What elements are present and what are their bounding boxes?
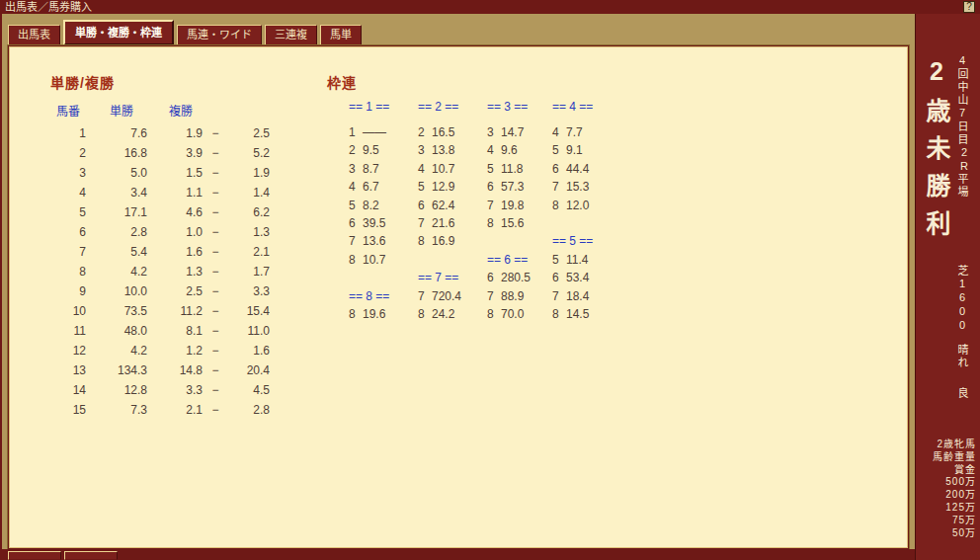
bracket-odds-cell[interactable]: 410.7: [418, 162, 487, 180]
bracket-odds-value: ――: [363, 125, 386, 139]
bracket-odds-cell[interactable]: 1――: [349, 125, 418, 143]
bracket-odds-cell[interactable]: 814.5: [552, 307, 621, 325]
bracket-odds-cell[interactable]: 816.9: [418, 234, 487, 252]
win-place-row[interactable]: 35.01.5−1.9: [50, 163, 270, 183]
win-place-rows: 17.61.9−2.5216.83.9−5.235.01.5−1.943.41.…: [50, 123, 270, 420]
bracket-odds-cell[interactable]: 653.4: [552, 271, 621, 288]
bracket-odds-value: 62.4: [432, 199, 454, 212]
win-place-row[interactable]: 124.21.2−1.6: [50, 341, 270, 360]
win-place-row[interactable]: 84.21.3−1.7: [50, 262, 270, 281]
win-odds: 17.1: [96, 202, 147, 222]
bracket-odds-value: 39.5: [363, 216, 385, 230]
bracket-odds-cell[interactable]: 639.5: [349, 216, 418, 234]
bracket-odds-cell[interactable]: 644.4: [552, 162, 621, 180]
bracket-number: 8: [487, 216, 497, 230]
bracket-odds-value: 6.7: [363, 180, 379, 194]
tab-quinella-wide[interactable]: 馬連・ワイド: [177, 25, 262, 45]
bracket-odds-cell[interactable]: 216.5: [418, 125, 487, 143]
bracket-number: 5: [487, 162, 497, 176]
win-place-row[interactable]: 157.32.1−2.8: [50, 400, 270, 420]
bracket-odds-cell[interactable]: 810.7: [349, 253, 418, 271]
horse-number: 8: [50, 262, 86, 281]
win-place-row[interactable]: 1073.511.2−15.4: [50, 301, 270, 321]
bracket-odds-value: 13.8: [432, 143, 454, 157]
bracket-odds-cell[interactable]: 59.1: [552, 143, 621, 161]
bracket-odds-cell[interactable]: 6280.5: [487, 271, 552, 288]
place-odds-high: 20.4: [228, 360, 270, 380]
win-place-row[interactable]: 216.83.9−5.2: [50, 143, 270, 163]
place-odds-high: 1.7: [228, 262, 270, 281]
bracket-odds-value: 10.7: [363, 253, 385, 267]
bracket-number: 5: [552, 253, 562, 267]
bracket-odds-cell[interactable]: 49.6: [487, 143, 552, 161]
win-place-row[interactable]: 43.41.1−1.4: [50, 183, 270, 202]
bracket-odds-cell[interactable]: 815.6: [487, 216, 552, 234]
win-odds: 12.8: [96, 380, 147, 400]
win-place-row[interactable]: 17.61.9−2.5: [50, 123, 270, 143]
bracket-odds-value: 280.5: [501, 271, 531, 284]
bracket-odds-cell[interactable]: 819.6: [349, 307, 418, 325]
place-odds-high: 2.8: [228, 400, 270, 420]
horse-number: 11: [50, 321, 86, 341]
bracket-odds-cell[interactable]: 719.8: [487, 199, 552, 216]
bracket-odds-cell[interactable]: 58.2: [349, 199, 418, 216]
place-odds-high: 15.4: [228, 301, 270, 321]
bracket-odds-value: 11.4: [566, 253, 588, 267]
bracket-odds-cell[interactable]: 657.3: [487, 180, 552, 198]
bracket-odds-cell[interactable]: 511.8: [487, 162, 552, 180]
bracket-odds-cell[interactable]: 721.6: [418, 216, 487, 234]
bottom-tab-stub[interactable]: [8, 551, 61, 560]
bracket-odds-value: 12.9: [432, 180, 454, 194]
tab-exacta[interactable]: 馬単: [320, 25, 362, 45]
horse-number: 13: [50, 360, 86, 380]
bracket-odds-cell[interactable]: 870.0: [487, 307, 552, 325]
win-place-row[interactable]: 1148.08.1−11.0: [50, 321, 270, 341]
bracket-odds-cell[interactable]: 47.7: [552, 125, 621, 143]
win-place-row[interactable]: 1412.83.3−4.5: [50, 380, 270, 400]
win-place-row[interactable]: 910.02.5−3.3: [50, 281, 270, 301]
bottom-tab-stub[interactable]: [64, 551, 118, 560]
place-odds-low: 11.2: [161, 301, 203, 321]
bracket-odds-cell[interactable]: 38.7: [349, 162, 418, 180]
bracket-odds-cell[interactable]: 715.3: [552, 180, 621, 198]
win-place-section-title: 単勝/複勝: [50, 72, 115, 92]
bracket-odds-cell[interactable]: 29.5: [349, 143, 418, 161]
tab-racecard[interactable]: 出馬表: [8, 25, 60, 45]
win-place-row[interactable]: 517.14.6−6.2: [50, 202, 270, 222]
help-button[interactable]: ?: [963, 1, 975, 13]
bracket-odds-cell[interactable]: 718.4: [552, 289, 621, 307]
place-odds-high: 3.3: [228, 281, 270, 301]
win-odds: 16.8: [96, 143, 147, 163]
place-odds-high: 2.1: [228, 242, 270, 262]
bracket-odds-grid: == 1 ==== 2 ==== 3 ==== 4 ==1――216.5314.…: [349, 100, 621, 325]
win-place-table: 馬番 単勝 複勝 17.61.9−2.5216.83.9−5.235.01.5−…: [50, 100, 270, 420]
win-place-row[interactable]: 75.41.6−2.1: [50, 242, 270, 262]
bracket-odds-value: 9.6: [501, 143, 518, 157]
win-place-row[interactable]: 13134.314.8−20.4: [50, 360, 270, 380]
bracket-odds-cell[interactable]: 511.4: [552, 253, 621, 271]
bracket-number: 7: [418, 289, 428, 303]
bracket-odds-cell[interactable]: 824.2: [418, 307, 487, 325]
bracket-odds-cell[interactable]: 812.0: [552, 199, 621, 216]
race-info-sidebar: 2歳未勝利 4回中山7日目 2R 平場 芝1600 晴れ 良 2歳牝馬馬齢重量賞…: [915, 14, 980, 560]
bracket-odds-cell[interactable]: 313.8: [418, 143, 487, 161]
bracket-odds-cell[interactable]: 7720.4: [418, 289, 487, 307]
bracket-odds-cell[interactable]: 713.6: [349, 234, 418, 252]
range-dash: −: [203, 341, 228, 360]
place-odds-low: 1.6: [161, 242, 203, 262]
track-condition: 良: [954, 387, 970, 400]
bracket-odds-cell[interactable]: 662.4: [418, 199, 487, 216]
place-odds-high: 1.4: [228, 183, 270, 202]
range-dash: −: [203, 380, 228, 400]
tab-trio[interactable]: 三連複: [265, 25, 317, 45]
bracket-column-header: == 6 ==: [487, 253, 552, 271]
bracket-odds-cell[interactable]: 46.7: [349, 180, 418, 198]
bracket-odds-cell[interactable]: 512.9: [418, 180, 487, 198]
bracket-odds-cell[interactable]: 788.9: [487, 289, 552, 307]
win-odds: 48.0: [96, 321, 147, 341]
range-dash: −: [203, 123, 228, 143]
tab-win-place-bracket[interactable]: 単勝・複勝・枠連: [63, 20, 174, 45]
bracket-number: 5: [418, 180, 428, 194]
win-place-row[interactable]: 62.81.0−1.3: [50, 222, 270, 242]
bracket-odds-cell[interactable]: 314.7: [487, 125, 552, 143]
